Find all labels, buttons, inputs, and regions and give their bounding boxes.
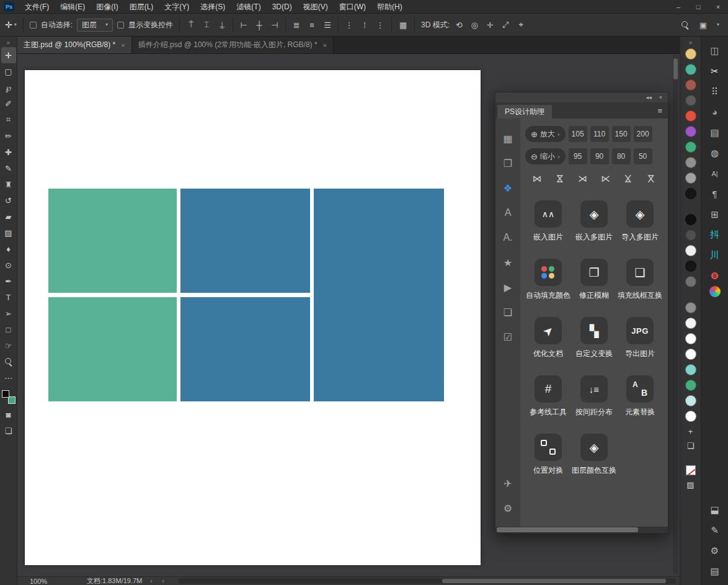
- mirror-right-icon[interactable]: ⋊: [576, 173, 590, 184]
- panel-text-icon[interactable]: A: [495, 200, 520, 225]
- rectangle-tool[interactable]: □: [1, 321, 16, 337]
- douyin-plugin-icon[interactable]: 抖: [706, 225, 724, 245]
- document-tab[interactable]: 主图.psd @ 100%(RGB/8) *×: [17, 37, 132, 53]
- adjustments-icon[interactable]: ◍: [706, 143, 724, 163]
- color-swatch[interactable]: [685, 188, 696, 199]
- canvas-rect[interactable]: [48, 189, 177, 293]
- distribute-spacing-icon[interactable]: ▦: [398, 20, 408, 30]
- color-swatch[interactable]: [685, 318, 696, 329]
- pen-tool[interactable]: ✒: [1, 273, 16, 289]
- status-chevron-left[interactable]: ‹: [161, 578, 166, 584]
- color-swatch[interactable]: [685, 302, 696, 313]
- distribute-hcenter-icon[interactable]: ⁞: [360, 20, 370, 30]
- panel-tasks-icon[interactable]: ☑: [495, 324, 520, 349]
- panel-promo-icon[interactable]: ✈: [495, 471, 520, 496]
- zoom-preset-chip[interactable]: 80: [612, 148, 631, 164]
- horizontal-scrollbar[interactable]: [179, 578, 676, 584]
- marquee-tool[interactable]: ▢: [1, 63, 16, 79]
- screen-mode-icon[interactable]: ❏: [1, 422, 16, 439]
- plugin-tool[interactable]: ◈图层颜色互换: [571, 434, 617, 476]
- zoom-preset-chip[interactable]: 105: [569, 126, 587, 142]
- collapse-panel-icon[interactable]: ◂◂: [646, 94, 652, 100]
- 3d-roll-icon[interactable]: ◎: [469, 20, 479, 30]
- color-swatch[interactable]: [685, 230, 696, 241]
- color-swatch[interactable]: [685, 64, 696, 75]
- color-wheel-icon[interactable]: [709, 286, 721, 297]
- glyphs-panel-icon[interactable]: ⊞: [706, 204, 724, 225]
- hand-tool[interactable]: ☞: [1, 337, 16, 354]
- crop-tool[interactable]: ⌗: [1, 112, 16, 128]
- panel-home-icon[interactable]: ▦: [495, 126, 520, 151]
- app-logo-icon[interactable]: Ps: [4, 2, 14, 12]
- menu-item[interactable]: 选择(S): [195, 0, 231, 14]
- plugin-tool[interactable]: ▚自定义变换: [571, 317, 617, 359]
- color-swatch[interactable]: [685, 214, 696, 225]
- plugin-tool[interactable]: ❑填充线框互换: [617, 259, 663, 301]
- plugin-tool[interactable]: ◈导入多图片: [617, 200, 663, 243]
- teal-plugin-icon[interactable]: 川: [706, 245, 724, 266]
- plugin-tool[interactable]: 位置对换: [525, 434, 571, 476]
- mirror-up-icon[interactable]: ⋉: [646, 172, 657, 185]
- flip-vertical-icon[interactable]: ⋈: [554, 172, 566, 185]
- distribute-top-icon[interactable]: ≣: [291, 20, 301, 30]
- color-swatch[interactable]: [685, 95, 696, 106]
- menu-item[interactable]: 编辑(E): [55, 0, 91, 14]
- fg-bg-color-widget[interactable]: [2, 390, 16, 404]
- distribute-vcenter-icon[interactable]: ≡: [307, 20, 317, 30]
- color-swatch[interactable]: [685, 48, 696, 60]
- close-panel-icon[interactable]: ×: [659, 94, 662, 100]
- settings-icon[interactable]: ⚙: [706, 540, 724, 561]
- canvas-area[interactable]: ◂◂ × PS设计助理 ≡ ▦❒❖AA.★▶❏☑ ✈⚙: [17, 54, 680, 576]
- plugin-tool[interactable]: JPG导出图片: [617, 317, 663, 359]
- zoom-tool[interactable]: [1, 354, 16, 370]
- toolbar-expand-icon[interactable]: »: [7, 38, 11, 47]
- color-swatch[interactable]: [685, 276, 696, 287]
- flip-horizontal-icon[interactable]: ⋈: [530, 173, 544, 184]
- color-swatch[interactable]: [685, 333, 696, 344]
- tab-close-icon[interactable]: ×: [121, 42, 125, 49]
- plugin-tool[interactable]: AB元素替换: [617, 375, 663, 418]
- plugin-tool[interactable]: ↓≡按间距分布: [571, 375, 617, 418]
- 3d-orbit-icon[interactable]: ⟲: [454, 20, 464, 30]
- maximize-button[interactable]: □: [688, 0, 708, 14]
- tab-close-icon[interactable]: ×: [323, 42, 327, 49]
- canvas-rect[interactable]: [180, 189, 310, 293]
- add-swatch-icon[interactable]: +: [685, 426, 696, 436]
- quick-mask-icon[interactable]: ◙: [1, 406, 16, 422]
- color-swatch[interactable]: [685, 172, 696, 184]
- color-swatch[interactable]: [685, 261, 696, 272]
- 3d-slide-icon[interactable]: ⤢: [500, 20, 510, 30]
- scrollbar-thumb[interactable]: [673, 58, 678, 79]
- quick-selection-tool[interactable]: ✐: [1, 96, 16, 112]
- history-brush-tool[interactable]: ↺: [1, 192, 16, 208]
- menu-item[interactable]: 帮助(H): [371, 0, 408, 14]
- menu-item[interactable]: 窗口(W): [334, 0, 371, 14]
- chevron-down-icon[interactable]: ▾: [717, 22, 719, 27]
- vertical-scrollbar[interactable]: [673, 55, 678, 574]
- zoom-preset-chip[interactable]: 50: [634, 148, 652, 164]
- align-vcenter-icon[interactable]: ⌶: [202, 20, 211, 30]
- color-swatch[interactable]: [685, 79, 696, 91]
- plugin-title-tab[interactable]: PS设计助理: [497, 105, 552, 118]
- close-button[interactable]: ×: [708, 0, 728, 14]
- list-icon[interactable]: ▤: [706, 561, 724, 581]
- current-tool-preset[interactable]: ✛ ▾: [5, 20, 17, 30]
- color-swatch[interactable]: [685, 110, 696, 122]
- show-transform-checkbox[interactable]: [117, 22, 124, 29]
- color-table-icon[interactable]: ⠿: [706, 81, 724, 102]
- paragraph-panel-icon[interactable]: ¶: [706, 184, 724, 204]
- auto-select-dropdown[interactable]: 图层 ▾: [77, 19, 113, 32]
- distribute-right-icon[interactable]: ⋮: [375, 20, 385, 30]
- distribute-left-icon[interactable]: ⋮: [344, 20, 354, 30]
- scrollbar-thumb[interactable]: [442, 579, 666, 583]
- foreground-color-sw[interactable]: [2, 390, 9, 398]
- move-tool[interactable]: ✛: [1, 47, 16, 63]
- panel-plugin-icon[interactable]: ❖: [495, 176, 520, 200]
- plugin-tool[interactable]: 自动填充颜色: [525, 259, 571, 301]
- edit-toolbar-icon[interactable]: ⋯: [1, 370, 16, 386]
- zoom-preset-chip[interactable]: 110: [590, 126, 609, 142]
- color-swatch[interactable]: [685, 157, 696, 168]
- panel-text-style-icon[interactable]: A.: [495, 225, 520, 250]
- gradient-tool[interactable]: ▨: [1, 225, 16, 241]
- plugin-tool[interactable]: ◈嵌入多图片: [571, 200, 617, 243]
